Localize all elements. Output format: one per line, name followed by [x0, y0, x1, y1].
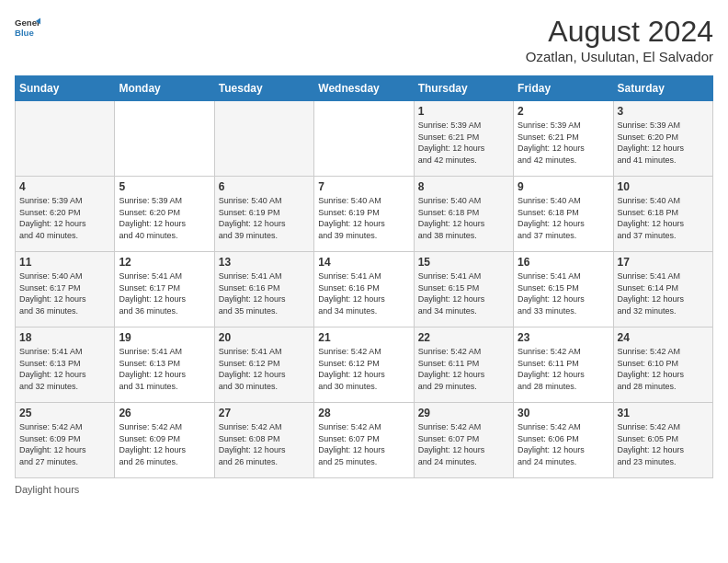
day-number: 2	[518, 105, 609, 118]
calendar-cell: 2Sunrise: 5:39 AM Sunset: 6:21 PM Daylig…	[514, 101, 613, 177]
calendar-cell: 26Sunrise: 5:42 AM Sunset: 6:09 PM Dayli…	[115, 403, 214, 478]
calendar-cell: 12Sunrise: 5:41 AM Sunset: 6:17 PM Dayli…	[115, 252, 214, 327]
day-number: 4	[19, 180, 110, 193]
day-number: 15	[418, 256, 509, 269]
day-info: Sunrise: 5:40 AM Sunset: 6:18 PM Dayligh…	[618, 195, 709, 241]
calendar-week-3: 11Sunrise: 5:40 AM Sunset: 6:17 PM Dayli…	[16, 252, 713, 327]
day-info: Sunrise: 5:42 AM Sunset: 6:11 PM Dayligh…	[518, 346, 609, 392]
day-number: 25	[19, 407, 110, 419]
day-number: 1	[418, 105, 509, 118]
page-header: General Blue August 2024 Ozatlan, Usulut…	[15, 15, 713, 64]
day-info: Sunrise: 5:40 AM Sunset: 6:19 PM Dayligh…	[318, 195, 409, 241]
calendar-table: SundayMondayTuesdayWednesdayThursdayFrid…	[15, 75, 713, 478]
day-info: Sunrise: 5:40 AM Sunset: 6:18 PM Dayligh…	[518, 195, 609, 241]
day-number: 29	[418, 407, 509, 419]
day-number: 16	[518, 256, 609, 269]
column-header-monday: Monday	[115, 76, 214, 101]
calendar-week-4: 18Sunrise: 5:41 AM Sunset: 6:13 PM Dayli…	[16, 327, 713, 403]
calendar-cell: 19Sunrise: 5:41 AM Sunset: 6:13 PM Dayli…	[115, 327, 214, 403]
day-info: Sunrise: 5:41 AM Sunset: 6:15 PM Dayligh…	[418, 270, 509, 316]
calendar-cell: 8Sunrise: 5:40 AM Sunset: 6:18 PM Daylig…	[414, 177, 513, 252]
column-header-wednesday: Wednesday	[314, 76, 414, 101]
calendar-cell: 3Sunrise: 5:39 AM Sunset: 6:20 PM Daylig…	[613, 101, 712, 177]
calendar-cell: 13Sunrise: 5:41 AM Sunset: 6:16 PM Dayli…	[214, 252, 313, 327]
column-header-tuesday: Tuesday	[214, 76, 313, 101]
calendar-cell	[115, 101, 214, 177]
day-number: 14	[318, 256, 409, 269]
daylight-label: Daylight hours	[15, 484, 79, 495]
day-number: 8	[418, 180, 509, 193]
calendar-cell: 17Sunrise: 5:41 AM Sunset: 6:14 PM Dayli…	[613, 252, 712, 327]
calendar-cell: 31Sunrise: 5:42 AM Sunset: 6:05 PM Dayli…	[613, 403, 712, 478]
day-number: 12	[119, 256, 210, 269]
day-info: Sunrise: 5:41 AM Sunset: 6:12 PM Dayligh…	[219, 346, 310, 392]
calendar-week-5: 25Sunrise: 5:42 AM Sunset: 6:09 PM Dayli…	[16, 403, 713, 478]
day-info: Sunrise: 5:42 AM Sunset: 6:12 PM Dayligh…	[318, 346, 409, 392]
calendar-cell: 10Sunrise: 5:40 AM Sunset: 6:18 PM Dayli…	[613, 177, 712, 252]
day-info: Sunrise: 5:42 AM Sunset: 6:09 PM Dayligh…	[19, 421, 110, 467]
day-info: Sunrise: 5:41 AM Sunset: 6:15 PM Dayligh…	[518, 270, 609, 316]
day-number: 30	[518, 407, 609, 419]
day-number: 9	[518, 180, 609, 193]
calendar-cell: 25Sunrise: 5:42 AM Sunset: 6:09 PM Dayli…	[16, 403, 115, 478]
day-number: 17	[618, 256, 709, 269]
day-number: 31	[618, 407, 709, 419]
calendar-cell: 21Sunrise: 5:42 AM Sunset: 6:12 PM Dayli…	[314, 327, 414, 403]
svg-text:General: General	[15, 17, 40, 28]
day-info: Sunrise: 5:39 AM Sunset: 6:21 PM Dayligh…	[418, 120, 509, 166]
calendar-cell: 15Sunrise: 5:41 AM Sunset: 6:15 PM Dayli…	[414, 252, 513, 327]
calendar-cell: 4Sunrise: 5:39 AM Sunset: 6:20 PM Daylig…	[16, 177, 115, 252]
logo: General Blue	[15, 15, 40, 40]
calendar-cell	[314, 101, 414, 177]
day-info: Sunrise: 5:42 AM Sunset: 6:08 PM Dayligh…	[219, 421, 310, 467]
column-header-friday: Friday	[514, 76, 613, 101]
day-info: Sunrise: 5:41 AM Sunset: 6:17 PM Dayligh…	[119, 270, 210, 316]
day-number: 24	[618, 331, 709, 344]
day-number: 13	[219, 256, 310, 269]
calendar-cell	[16, 101, 115, 177]
calendar-cell: 16Sunrise: 5:41 AM Sunset: 6:15 PM Dayli…	[514, 252, 613, 327]
calendar-week-2: 4Sunrise: 5:39 AM Sunset: 6:20 PM Daylig…	[16, 177, 713, 252]
day-info: Sunrise: 5:42 AM Sunset: 6:09 PM Dayligh…	[119, 421, 210, 467]
day-number: 7	[318, 180, 409, 193]
calendar-cell: 29Sunrise: 5:42 AM Sunset: 6:07 PM Dayli…	[414, 403, 513, 478]
day-number: 20	[219, 331, 310, 344]
day-number: 11	[19, 256, 110, 269]
calendar-cell: 20Sunrise: 5:41 AM Sunset: 6:12 PM Dayli…	[214, 327, 313, 403]
calendar-header-row: SundayMondayTuesdayWednesdayThursdayFrid…	[16, 76, 713, 101]
calendar-cell: 1Sunrise: 5:39 AM Sunset: 6:21 PM Daylig…	[414, 101, 513, 177]
day-number: 27	[219, 407, 310, 419]
column-header-thursday: Thursday	[414, 76, 513, 101]
footer: Daylight hours	[15, 484, 713, 495]
main-title: August 2024	[526, 15, 713, 49]
calendar-cell: 27Sunrise: 5:42 AM Sunset: 6:08 PM Dayli…	[214, 403, 313, 478]
day-info: Sunrise: 5:40 AM Sunset: 6:18 PM Dayligh…	[418, 195, 509, 241]
day-info: Sunrise: 5:42 AM Sunset: 6:10 PM Dayligh…	[618, 346, 709, 392]
day-number: 5	[119, 180, 210, 193]
day-info: Sunrise: 5:42 AM Sunset: 6:07 PM Dayligh…	[318, 421, 409, 467]
day-info: Sunrise: 5:41 AM Sunset: 6:16 PM Dayligh…	[219, 270, 310, 316]
calendar-cell: 30Sunrise: 5:42 AM Sunset: 6:06 PM Dayli…	[514, 403, 613, 478]
day-number: 22	[418, 331, 509, 344]
sub-title: Ozatlan, Usulutan, El Salvador	[526, 49, 713, 64]
day-info: Sunrise: 5:39 AM Sunset: 6:20 PM Dayligh…	[19, 195, 110, 241]
calendar-cell	[214, 101, 313, 177]
day-info: Sunrise: 5:40 AM Sunset: 6:17 PM Dayligh…	[19, 270, 110, 316]
day-info: Sunrise: 5:41 AM Sunset: 6:14 PM Dayligh…	[618, 270, 709, 316]
day-info: Sunrise: 5:42 AM Sunset: 6:06 PM Dayligh…	[518, 421, 609, 467]
day-info: Sunrise: 5:40 AM Sunset: 6:19 PM Dayligh…	[219, 195, 310, 241]
day-number: 28	[318, 407, 409, 419]
logo-icon: General Blue	[15, 15, 40, 40]
day-info: Sunrise: 5:41 AM Sunset: 6:13 PM Dayligh…	[19, 346, 110, 392]
calendar-cell: 7Sunrise: 5:40 AM Sunset: 6:19 PM Daylig…	[314, 177, 414, 252]
day-info: Sunrise: 5:42 AM Sunset: 6:11 PM Dayligh…	[418, 346, 509, 392]
column-header-sunday: Sunday	[16, 76, 115, 101]
calendar-cell: 9Sunrise: 5:40 AM Sunset: 6:18 PM Daylig…	[514, 177, 613, 252]
day-info: Sunrise: 5:41 AM Sunset: 6:16 PM Dayligh…	[318, 270, 409, 316]
day-number: 10	[618, 180, 709, 193]
day-number: 3	[618, 105, 709, 118]
title-area: August 2024 Ozatlan, Usulutan, El Salvad…	[526, 15, 713, 64]
calendar-cell: 22Sunrise: 5:42 AM Sunset: 6:11 PM Dayli…	[414, 327, 513, 403]
calendar-cell: 18Sunrise: 5:41 AM Sunset: 6:13 PM Dayli…	[16, 327, 115, 403]
calendar-cell: 14Sunrise: 5:41 AM Sunset: 6:16 PM Dayli…	[314, 252, 414, 327]
